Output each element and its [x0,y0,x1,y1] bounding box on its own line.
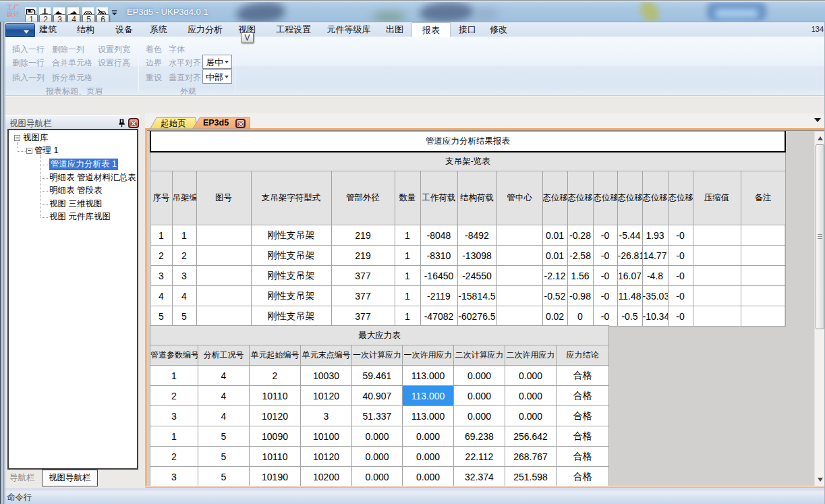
column-header[interactable]: 态位移 [617,171,642,225]
table-cell[interactable]: 4 [172,286,196,306]
table-cell[interactable]: 合格 [557,406,609,426]
pin-icon[interactable] [118,119,125,128]
table-cell[interactable]: 0.000 [505,386,557,406]
table-cell[interactable]: 2 [250,366,301,386]
table-cell[interactable]: 1 [395,306,420,327]
menu-tab-jiekou[interactable]: 接口 [458,22,477,37]
table-cell[interactable]: -0 [668,246,693,266]
nav-panel-close-button[interactable] [128,118,139,128]
table-cell[interactable] [741,306,785,327]
table-cell[interactable] [496,225,542,246]
tree-item-2[interactable]: 明细表 管道材料汇总表 [49,172,136,184]
vertical-scrollbar[interactable] [814,132,825,486]
table-cell[interactable] [693,246,741,266]
table-cell[interactable]: 2 [150,386,198,406]
title-bar[interactable]: 工厂设计 [0,0,825,22]
column-header[interactable]: 工作荷载 [420,171,457,225]
table-cell[interactable]: 377 [331,306,395,327]
column-header[interactable]: 态位移 [567,171,593,225]
scrollbar-down-arrow[interactable] [818,478,823,482]
table-cell[interactable]: 4 [198,386,250,406]
table-cell[interactable]: -0 [593,225,617,246]
column-header[interactable]: 管道参数编号 [150,345,198,366]
table-cell[interactable]: -24550 [457,266,496,286]
table-cell[interactable]: 22.112 [454,447,505,467]
ribbon-button-delete-row[interactable]: 删除一行 [12,57,45,69]
column-header[interactable]: 一次计算应力 [352,345,403,366]
table-cell[interactable]: 合格 [557,467,609,486]
doc-tab-ep3d5[interactable]: EP3d5 [192,117,250,129]
column-header[interactable]: 单元起始编号 [250,345,301,366]
table-cell[interactable]: 10200 [301,467,352,486]
table-cell[interactable]: 219 [331,225,395,246]
bottom-tab-view-navbar[interactable]: 视图导航栏 [42,470,98,486]
table-cell[interactable]: -0.52 [542,286,567,306]
table-cell[interactable]: 5 [198,426,250,447]
table-cell[interactable]: -0 [593,266,617,286]
table-cell[interactable]: 1.56 [567,266,593,286]
table-cell[interactable]: 113.000 [403,366,454,386]
table-cell[interactable]: 10120 [301,386,352,406]
menu-tab-yingli[interactable]: 应力分析 [187,22,223,37]
column-header[interactable]: 吊架编 [172,171,196,225]
table-cell[interactable]: 1 [150,366,198,386]
column-header[interactable]: 态位移 [642,171,668,225]
menu-tab-yuanjian[interactable]: 元件等级库 [326,22,372,37]
table-cell[interactable]: 5 [198,447,250,467]
column-header[interactable]: 序号 [150,171,172,225]
table-cell[interactable]: 刚性支吊架 [251,266,331,286]
ribbon-button-row-height[interactable]: 设置行高 [98,57,130,69]
table-cell[interactable]: 5 [172,306,196,327]
table-cell[interactable]: 0 [567,306,593,327]
table-cell[interactable]: -0 [668,266,693,286]
table-cell[interactable]: 1 [395,286,420,306]
table-cell[interactable]: -0 [593,286,617,306]
table-cell[interactable] [196,266,251,286]
table-cell[interactable] [741,286,785,306]
table-cell[interactable] [196,246,251,266]
table-cell[interactable]: 2 [150,246,172,266]
tree-expander[interactable] [14,135,20,141]
doc-tab-close-button[interactable] [235,119,246,128]
column-header[interactable]: 结构荷载 [457,171,496,225]
scrollbar-thumb[interactable] [816,144,824,329]
tree-item-4[interactable]: 视图 三维视图 [49,198,102,210]
table-cell[interactable]: 1 [150,426,198,447]
table-cell[interactable]: 0.000 [454,406,505,426]
table-cell[interactable]: -0.98 [567,286,593,306]
table-cell[interactable]: 40.907 [352,386,403,406]
table-cell[interactable]: 0.000 [505,406,557,426]
menu-tab-jianzhu[interactable]: 建筑 [38,22,57,37]
table-cell[interactable]: 268.767 [505,447,557,467]
menu-tab-jiegou[interactable]: 结构 [76,22,95,37]
table-cell[interactable]: -26.81 [617,246,642,266]
column-header[interactable]: 数量 [395,171,420,225]
table-cell[interactable]: 10030 [301,366,352,386]
table-cell[interactable] [496,246,542,266]
table-cell[interactable]: 0.000 [454,366,505,386]
table-cell[interactable]: 合格 [557,447,609,467]
table-cell[interactable]: -8310 [420,246,457,266]
table-cell[interactable]: 5 [198,467,250,486]
table-cell[interactable] [196,286,251,306]
table-cell[interactable]: 10090 [250,426,301,447]
column-header[interactable]: 管中心 [496,171,542,225]
column-header[interactable]: 态位移 [668,171,693,225]
column-header[interactable]: 图号 [196,171,251,225]
ribbon-button-insert-col[interactable]: 插入一列 [12,72,45,84]
table-cell[interactable]: 2 [150,447,198,467]
table-cell[interactable]: 3 [301,406,352,426]
column-header[interactable]: 单元末点编号 [301,345,352,366]
table-cell[interactable]: -35.03 [642,286,668,306]
table-cell[interactable]: 10120 [301,447,352,467]
column-header[interactable]: 一次许用应力 [403,345,454,366]
table-cell[interactable]: 0.000 [352,426,403,447]
tree-item-1[interactable]: 管道应力分析表 1 [49,159,118,170]
column-header[interactable]: 二次计算应力 [454,345,505,366]
ribbon-button-insert-row[interactable]: 插入一行 [12,44,45,55]
table-cell[interactable] [496,286,542,306]
table-cell[interactable]: -10.34 [642,306,668,327]
table-cell[interactable]: 5 [150,306,172,327]
ribbon-button-split-cells[interactable]: 拆分单元格 [52,72,92,84]
table-cell[interactable]: 3 [150,266,172,286]
